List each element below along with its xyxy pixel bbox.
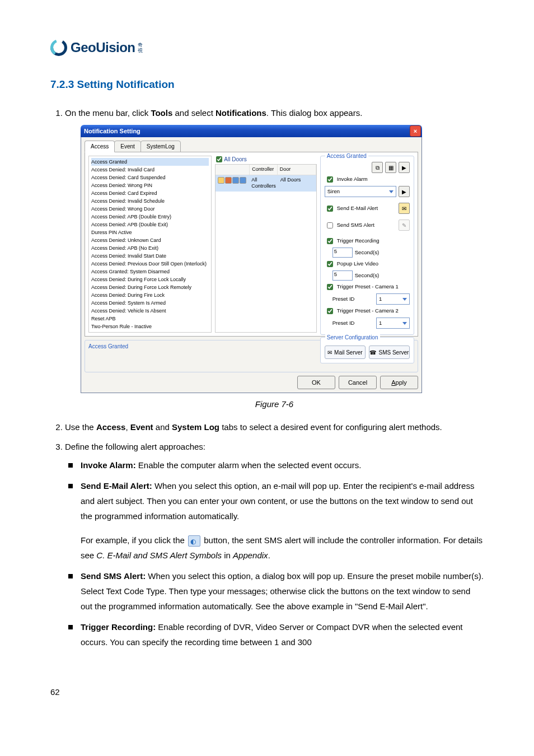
dialog-titlebar: Notification Setting × [81,125,422,137]
popup-seconds-input[interactable]: 5 [332,270,353,281]
list-item[interactable]: Access Denied: During Force Lock Locally [91,276,209,283]
event-list[interactable]: Access Granted Access Denied: Invalid Ca… [88,156,212,333]
device-icon [225,177,232,184]
list-item[interactable]: Duress PIN Active [91,228,209,236]
send-sms-checkbox[interactable] [327,222,333,228]
bullet-send-email: Send E-Mail Alert: When you select this … [81,478,484,563]
server-config-group: Server Configuration ✉ Mail Server ☎ SMS… [320,337,414,363]
bullet-send-sms: Send SMS Alert: When you select this opt… [81,568,484,614]
tab-access[interactable]: Access [85,141,115,152]
preset-cam2-checkbox[interactable] [327,308,333,314]
list-item[interactable]: Access Denied: APB (No Exit) [91,244,209,252]
section-heading: 7.2.3 Setting Notification [50,78,484,91]
list-item[interactable]: Access Granted [91,158,209,166]
notification-dialog: Notification Setting × Access Event Syst… [81,125,422,393]
tab-systemlog[interactable]: SystemLog [140,141,181,152]
logo-mark-icon [50,39,67,56]
brand-logo: GeoUision 奇視 [50,39,484,56]
preset1-dropdown[interactable]: 1 [376,293,410,305]
play-icon[interactable]: ▶ [399,162,410,173]
column-controller: Controller [250,165,278,175]
list-item[interactable]: Two-Person Rule - Active [91,330,209,333]
tab-event[interactable]: Event [114,141,141,152]
list-item[interactable]: Access Denied: During Fire Lock [91,291,209,299]
list-item[interactable]: Access Denied: Card Suspended [91,174,209,181]
step-2: Use the Access, Event and System Log tab… [65,419,484,435]
dialog-title: Notification Setting [84,127,140,135]
group-legend: Access Granted [325,152,368,160]
invoke-alarm-checkbox[interactable] [327,176,333,183]
preset2-dropdown[interactable]: 1 [376,318,410,329]
copy-icon[interactable]: ⧉ [372,162,383,173]
play-sound-icon[interactable]: ▶ [399,186,410,197]
preset-cam1-checkbox[interactable] [327,284,333,290]
list-item[interactable]: Access Denied: Wrong PIN [91,181,209,189]
page-number: 62 [50,687,60,697]
mail-icon: ✉ [327,349,332,356]
logo-ideogram-icon: 奇視 [138,42,143,53]
phone-icon: ☎ [369,349,376,356]
popup-video-checkbox[interactable] [327,261,333,267]
trigger-recording-checkbox[interactable] [327,238,333,244]
list-item[interactable]: Access Denied: Card Expired [91,189,209,197]
list-item[interactable]: Access Denied: Previous Door Still Open … [91,260,209,268]
sms-server-button[interactable]: ☎ SMS Server [369,346,410,359]
tool-icon[interactable]: ▦ [385,162,396,173]
device-icon [218,177,224,184]
send-email-checkbox[interactable] [327,206,333,212]
list-item[interactable]: Access Denied: Invalid Card [91,166,209,174]
close-icon[interactable]: × [410,125,421,137]
figure-caption: Figure 7-6 [65,396,484,412]
device-icon [240,177,246,184]
step-1: On the menu bar, click Tools and select … [65,105,484,412]
device-icon [232,177,239,184]
list-item[interactable]: Access Denied: Unknown Card [91,236,209,244]
doors-table: Controller Door [215,164,317,333]
list-item[interactable]: Access Denied: Wrong Door [91,205,209,213]
list-item[interactable]: Access Denied: APB (Double Exit) [91,221,209,228]
alarm-sound-dropdown[interactable]: Siren [325,186,396,197]
list-item[interactable]: Access Granted: System Disarmed [91,268,209,276]
mail-server-button[interactable]: ✉ Mail Server [325,346,366,359]
table-row[interactable]: All Controllers All Doors [216,175,316,192]
bullet-trigger-recording: Trigger Recording: Enable recording of D… [81,619,484,650]
list-item[interactable]: Access Denied: During Force Lock Remotel… [91,283,209,291]
all-doors-checkbox[interactable]: All Doors [216,156,317,163]
list-item[interactable]: Two-Person Rule - Inactive [91,323,209,330]
ok-button[interactable]: OK [297,376,335,389]
bullet-invoke-alarm: Invoke Alarm: Enable the computer alarm … [81,458,484,473]
apply-button[interactable]: Apply [380,376,418,389]
list-item[interactable]: Access Denied: System Is Armed [91,299,209,307]
logo-text: GeoUision [71,40,135,55]
sms-config-icon[interactable]: ✎ [399,220,410,231]
cancel-button[interactable]: Cancel [339,376,377,389]
step-3: Define the following alert approaches: I… [65,439,484,650]
column-door: Door [278,165,316,175]
recording-seconds-input[interactable]: 5 [332,248,353,258]
list-item[interactable]: Access Denied: APB (Double Entry) [91,213,209,221]
access-granted-group: Access Granted ⧉ ▦ ▶ Invoke Alarm [320,156,414,335]
list-item[interactable]: Access Denied: Invalid Schedule [91,197,209,205]
list-item[interactable]: Reset APB [91,315,209,323]
controller-info-icon [188,535,200,547]
list-item[interactable]: Access Denied: Vehicle Is Absent [91,307,209,315]
list-item[interactable]: Access Denied: Invalid Start Date [91,252,209,260]
email-config-icon[interactable]: ✉ [399,203,410,214]
